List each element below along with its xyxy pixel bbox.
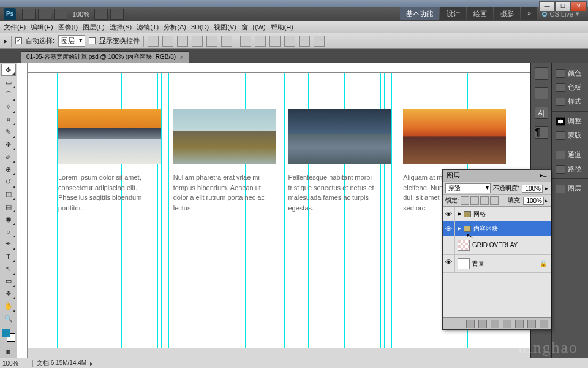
- align-icon[interactable]: [162, 36, 173, 47]
- horizontal-ruler[interactable]: [28, 63, 530, 73]
- lock-transparency-icon[interactable]: [461, 196, 469, 205]
- hand-icon[interactable]: [94, 9, 108, 20]
- panel-swatches[interactable]: 色板: [552, 80, 588, 94]
- vertical-ruler[interactable]: [17, 63, 28, 358]
- align-icon[interactable]: [206, 36, 217, 47]
- panel-channels[interactable]: 通道: [552, 148, 588, 162]
- move-tool[interactable]: ✥: [1, 64, 16, 76]
- patch-tool[interactable]: ❉: [1, 139, 16, 151]
- mask-icon[interactable]: [491, 320, 499, 328]
- align-icon[interactable]: [177, 36, 188, 47]
- distribute-icon[interactable]: [240, 36, 251, 47]
- menu-filter[interactable]: 滤镜(T): [137, 23, 159, 32]
- document-tab[interactable]: 01-05-容器宽度的计算.psd @ 100% (内容区块, RGB/8) ×: [21, 51, 189, 63]
- fx-icon[interactable]: [478, 320, 487, 328]
- layer-name[interactable]: 背景: [472, 259, 484, 268]
- blur-tool[interactable]: ◉: [1, 213, 16, 225]
- distribute-icon[interactable]: [314, 36, 325, 47]
- eyedropper-tool[interactable]: ✎: [1, 126, 16, 138]
- pen-tool[interactable]: ✒: [1, 238, 16, 250]
- type-tool[interactable]: T: [1, 250, 16, 263]
- layer-name[interactable]: 内容区块: [473, 224, 498, 233]
- document-tab-close[interactable]: ×: [179, 53, 183, 61]
- trash-icon[interactable]: [540, 320, 548, 328]
- visibility-toggle[interactable]: 👁: [443, 221, 455, 236]
- status-zoom[interactable]: 100%: [0, 360, 33, 367]
- panel-menu-icon[interactable]: ▸≡: [540, 171, 547, 180]
- workspace-tab-paint[interactable]: 绘画: [467, 7, 493, 20]
- layers-tab[interactable]: 图层: [447, 171, 460, 180]
- autoselect-checkbox[interactable]: [15, 37, 22, 44]
- autoselect-mode[interactable]: 图层: [58, 35, 85, 47]
- menu-edit[interactable]: 编辑(E): [31, 23, 53, 32]
- distribute-icon[interactable]: [270, 36, 281, 47]
- path-tool[interactable]: ↖: [1, 263, 16, 275]
- opacity-input[interactable]: 100%: [522, 185, 543, 193]
- panel-color[interactable]: 颜色: [552, 66, 588, 80]
- shape-tool[interactable]: ▭: [1, 275, 16, 288]
- maximize-button[interactable]: ☐: [555, 1, 571, 12]
- layer-row[interactable]: GRID OVERLAY: [443, 236, 551, 255]
- workspace-tab-essentials[interactable]: 基本功能: [400, 7, 439, 20]
- distribute-icon[interactable]: [299, 36, 310, 47]
- menu-select[interactable]: 选择(S): [110, 23, 132, 32]
- visibility-toggle[interactable]: [443, 236, 455, 254]
- layer-row[interactable]: 👁 背景🔒: [443, 255, 551, 273]
- horizontal-scrollbar[interactable]: [28, 348, 530, 358]
- arrange-icon[interactable]: [110, 9, 124, 20]
- align-icon[interactable]: [148, 36, 159, 47]
- distribute-icon[interactable]: [255, 36, 266, 47]
- fill-input[interactable]: 100%: [523, 197, 544, 205]
- distribute-icon[interactable]: [284, 36, 295, 47]
- align-icon[interactable]: [221, 36, 232, 47]
- 3d-tool[interactable]: ❖: [1, 288, 16, 300]
- stamp-tool[interactable]: ⊕: [1, 163, 16, 175]
- visibility-toggle[interactable]: 👁: [443, 255, 455, 272]
- workspace-more[interactable]: »: [521, 7, 537, 20]
- history-tool[interactable]: ↺: [1, 175, 16, 188]
- panel-paths[interactable]: 路径: [552, 162, 588, 176]
- minimize-button[interactable]: —: [539, 1, 555, 12]
- link-icon[interactable]: [466, 320, 475, 328]
- quickmask-tool[interactable]: ◙: [1, 345, 16, 358]
- panel-adjust[interactable]: 调整: [552, 114, 588, 128]
- status-docsize[interactable]: 文档:6.15M/14.4M: [33, 359, 90, 367]
- workspace-tab-photo[interactable]: 摄影: [494, 7, 520, 20]
- zoom-tool[interactable]: 🔍: [1, 312, 16, 324]
- layer-name[interactable]: GRID OVERLAY: [472, 242, 518, 248]
- minibridge-icon[interactable]: [38, 9, 51, 20]
- lock-all-icon[interactable]: [490, 196, 499, 205]
- close-button[interactable]: ✕: [571, 1, 587, 12]
- wand-tool[interactable]: ✧: [1, 101, 16, 113]
- newlayer-icon[interactable]: [527, 320, 536, 328]
- layer-name[interactable]: 网格: [473, 210, 486, 218]
- eraser-tool[interactable]: ◫: [1, 188, 16, 201]
- viewmode-icon[interactable]: [54, 9, 67, 20]
- marquee-tool[interactable]: ▭: [1, 76, 16, 88]
- histogram-icon[interactable]: [535, 67, 548, 80]
- lock-paint-icon[interactable]: [470, 196, 479, 205]
- menu-view[interactable]: 视图(V): [214, 23, 236, 32]
- lock-position-icon[interactable]: [480, 196, 489, 205]
- menu-window[interactable]: 窗口(W): [241, 23, 266, 32]
- paragraph-icon[interactable]: ¶: [535, 126, 548, 139]
- showtransform-checkbox[interactable]: [89, 37, 96, 44]
- blendmode-select[interactable]: 穿透: [445, 183, 491, 193]
- align-icon[interactable]: [192, 36, 203, 47]
- layer-row[interactable]: 👁 ▶网格: [443, 207, 551, 221]
- lasso-tool[interactable]: ⌒: [1, 89, 16, 101]
- bridge-icon[interactable]: [22, 9, 36, 20]
- menu-3d[interactable]: 3D(D): [191, 23, 209, 31]
- adjustment-icon[interactable]: [503, 320, 511, 328]
- crop-tool[interactable]: ⌗: [1, 113, 16, 126]
- twisty-icon[interactable]: ▶: [458, 226, 461, 231]
- dodge-tool[interactable]: ○: [1, 226, 16, 238]
- menu-layer[interactable]: 图层(L): [83, 23, 104, 32]
- panel-layers[interactable]: 图层: [552, 182, 588, 196]
- menu-image[interactable]: 图像(I): [58, 23, 78, 32]
- workspace-tab-design[interactable]: 设计: [440, 7, 466, 20]
- char-icon[interactable]: A|: [535, 107, 548, 119]
- menu-analysis[interactable]: 分析(A): [164, 23, 186, 32]
- panel-styles[interactable]: 样式: [552, 94, 588, 109]
- gradient-tool[interactable]: ▤: [1, 201, 16, 213]
